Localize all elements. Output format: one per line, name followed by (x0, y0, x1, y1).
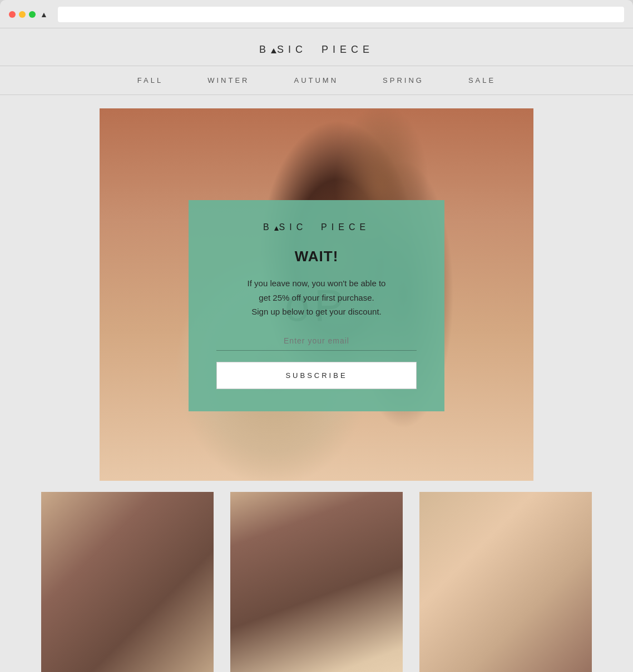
popup-logo: BSIC PIECE (263, 222, 370, 232)
dot-red[interactable] (9, 11, 16, 18)
nav-item-fall[interactable]: FALL (137, 76, 163, 84)
nav-item-spring[interactable]: SPRING (383, 76, 424, 84)
product-card-2: $77.99 SHOP NOW (230, 492, 403, 672)
product-image-1 (41, 492, 214, 672)
site-logo[interactable]: BSIC PIECE (259, 44, 374, 56)
content-area: oP BSIC PIECE WAIT! If you leave now, yo… (0, 95, 633, 672)
dot-yellow[interactable] (19, 11, 26, 18)
popup-title: WAIT! (295, 248, 339, 265)
product-image-3 (419, 492, 592, 672)
address-bar[interactable] (58, 7, 624, 22)
hero-container: oP BSIC PIECE WAIT! If you leave now, yo… (100, 108, 533, 481)
browser-chrome: ▲ (0, 0, 633, 28)
popup-email-container (216, 336, 417, 351)
nav-item-autumn[interactable]: AUTUMN (294, 76, 338, 84)
logo-triangle (271, 48, 276, 53)
popup-modal: oP BSIC PIECE WAIT! If you leave now, yo… (189, 200, 444, 411)
popup-logo-triangle-icon (274, 226, 279, 231)
website: BSIC PIECE FALL WINTER AUTUMN SPRING SAL… (0, 28, 633, 672)
cursor-icon: ▲ (40, 10, 48, 19)
site-nav: FALL WINTER AUTUMN SPRING SALE (0, 66, 633, 95)
nav-item-sale[interactable]: SALE (468, 76, 496, 84)
popup-email-input[interactable] (216, 336, 417, 345)
product-card-3: $78.99 SHOP NOW (419, 492, 592, 672)
browser-dots (9, 11, 36, 18)
popup-body-line3: Sign up below to get your discount. (251, 307, 381, 316)
popup-body-line1: If you leave now, you won't be able to (248, 278, 386, 288)
nav-item-winter[interactable]: WINTER (207, 76, 249, 84)
dot-green[interactable] (29, 11, 36, 18)
product-grid: $79.99 SHOP NOW $77.99 SHOP NOW $78.99 S… (27, 492, 606, 672)
product-image-2 (230, 492, 403, 672)
popup-subscribe-button[interactable]: SUBSCRIBE (216, 362, 417, 389)
popup-body-line2: get 25% off your first purchase. (259, 293, 374, 302)
popup-body: If you leave now, you won't be able to g… (248, 276, 386, 319)
product-card-1: $79.99 SHOP NOW (41, 492, 214, 672)
